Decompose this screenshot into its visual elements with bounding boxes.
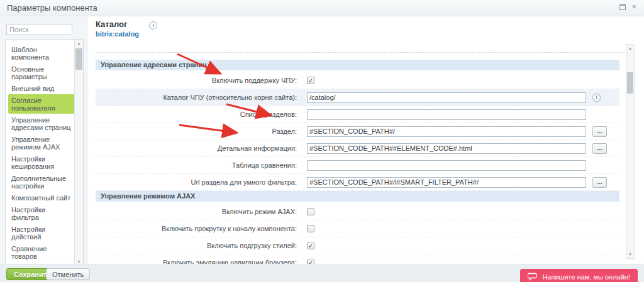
component-title: Каталог: [96, 19, 127, 29]
field-control: ...: [303, 177, 619, 188]
sidebar-menu: Шаблон компонентаОсновные параметрыВнешн…: [5, 39, 84, 266]
more-button[interactable]: ...: [592, 126, 607, 137]
scrollbar-thumb[interactable]: [75, 48, 82, 70]
field-control: [303, 208, 619, 215]
text-input[interactable]: [307, 92, 586, 103]
chat-button-label: Напишите нам, мы онлайн!: [542, 273, 630, 281]
checkbox[interactable]: ✓: [307, 259, 314, 264]
sidebar-scrollbar[interactable]: ▲ ▼: [74, 40, 83, 266]
text-input[interactable]: [307, 109, 586, 120]
field-label: Включить поддержку ЧПУ:: [96, 77, 303, 84]
scroll-up-icon[interactable]: ▲: [75, 40, 83, 46]
field-control: [303, 160, 619, 171]
field-label: Детальная информация:: [96, 144, 303, 152]
sidebar-item[interactable]: Управление режимом AJAX: [8, 133, 74, 153]
text-input[interactable]: [307, 160, 586, 171]
field-control: ✓: [303, 242, 619, 249]
more-button[interactable]: ...: [592, 143, 607, 154]
more-button[interactable]: ...: [592, 177, 607, 188]
field-label: Включить прокрутку к началу компонента:: [96, 225, 303, 232]
chat-bubble-icon: [528, 273, 538, 281]
field-control: ...: [303, 126, 619, 137]
form-row: Таблица сравнения:: [96, 157, 619, 174]
sidebar-item[interactable]: Настройки действий: [8, 223, 74, 242]
field-control: i: [303, 92, 619, 103]
form-row: Url раздела для умного фильтра:...: [96, 174, 619, 191]
sidebar-item[interactable]: Согласие пользователя: [8, 94, 74, 114]
form-row: Детальная информация:...: [96, 140, 619, 157]
field-control: [303, 109, 619, 120]
checkbox[interactable]: [307, 225, 314, 232]
scrollbar-thumb[interactable]: [627, 72, 633, 94]
section-header: Управление режимом AJAX: [96, 191, 619, 202]
checkbox[interactable]: ✓: [307, 77, 314, 84]
sidebar-item[interactable]: Управление адресами страниц: [8, 114, 74, 133]
sidebar-item[interactable]: Композитный сайт: [8, 192, 74, 203]
field-label: Таблица сравнения:: [96, 161, 303, 169]
field-label: Включить режим AJAX:: [96, 208, 303, 215]
sidebar-item[interactable]: Настройки фильтра: [8, 203, 74, 223]
field-label: Каталог ЧПУ (относительно корня сайта):: [96, 94, 303, 101]
close-icon[interactable]: ×: [631, 3, 636, 11]
sidebar-menu-items: Шаблон компонентаОсновные параметрыВнешн…: [6, 42, 74, 266]
info-icon[interactable]: i: [149, 21, 157, 30]
sidebar-item[interactable]: Сравнение товаров: [8, 242, 74, 262]
form-row: Включить подгрузку стилей:✓: [96, 237, 619, 254]
text-input[interactable]: [307, 177, 586, 188]
component-header: Каталог i bitrix:catalog: [88, 16, 644, 37]
dialog-titlebar: Параметры компонента ×: [0, 0, 644, 16]
header-separator: [96, 52, 634, 53]
sidebar-item[interactable]: Настройки кеширования: [8, 153, 74, 172]
field-control: [303, 225, 619, 232]
main-panel: Каталог i bitrix:catalog Управление адре…: [88, 16, 644, 264]
scroll-down-icon[interactable]: ▼: [626, 251, 634, 258]
field-label: Url раздела для умного фильтра:: [96, 178, 303, 186]
field-control: ...: [303, 143, 619, 154]
text-input[interactable]: [307, 143, 586, 154]
form-area: Управление адресами страницВключить подд…: [96, 60, 619, 264]
form-row: Включить эмуляцию навигации браузера:✓: [96, 254, 619, 264]
cancel-button[interactable]: Отменить: [46, 268, 90, 280]
field-label: Список разделов:: [96, 111, 303, 118]
form-row: Включить режим AJAX:: [96, 203, 619, 220]
dialog-title: Параметры компонента: [7, 3, 97, 13]
chat-button[interactable]: Напишите нам, мы онлайн!: [520, 269, 638, 282]
checkbox[interactable]: ✓: [307, 242, 314, 249]
component-name-link[interactable]: bitrix:catalog: [96, 30, 636, 38]
search-input[interactable]: [6, 24, 72, 35]
field-label: Включить подгрузку стилей:: [96, 242, 303, 249]
info-icon[interactable]: i: [592, 94, 601, 102]
field-control: ✓: [303, 259, 619, 264]
field-control: ✓: [303, 77, 619, 84]
sidebar-item[interactable]: Внешний вид: [8, 82, 74, 94]
form-row: Включить поддержку ЧПУ:✓: [96, 72, 619, 89]
main-scrollbar[interactable]: ▲ ▼: [626, 44, 635, 259]
field-label: Раздел:: [96, 127, 303, 135]
form-row: Включить прокрутку к началу компонента:: [96, 220, 619, 237]
sidebar-item[interactable]: Основные параметры: [8, 63, 74, 82]
checkbox[interactable]: [307, 208, 314, 215]
window-controls: ×: [619, 3, 636, 11]
text-input[interactable]: [307, 126, 586, 137]
form-row: Каталог ЧПУ (относительно корня сайта):i: [96, 89, 619, 106]
form-row: Раздел:...: [96, 123, 619, 140]
field-label: Включить эмуляцию навигации браузера:: [96, 259, 303, 264]
sidebar-item[interactable]: Дополнительные настройки: [8, 172, 74, 192]
section-header: Управление адресами страниц: [96, 60, 619, 70]
sidebar-item[interactable]: Шаблон компонента: [8, 43, 74, 63]
scroll-up-icon[interactable]: ▲: [626, 45, 634, 52]
form-row: Список разделов:: [96, 106, 619, 123]
restore-icon[interactable]: [619, 4, 626, 10]
